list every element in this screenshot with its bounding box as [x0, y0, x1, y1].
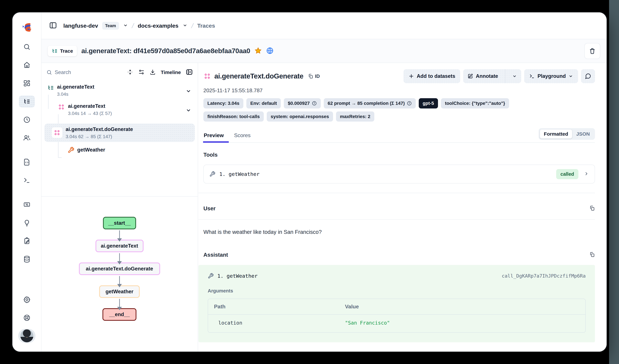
sidebar-item-settings[interactable] [19, 294, 35, 306]
view-options-icon[interactable] [138, 69, 144, 76]
public-globe-icon[interactable] [266, 47, 274, 55]
cost-badge[interactable]: $0.000927 [284, 98, 321, 108]
max-retries-badge: maxRetries: 2 [336, 111, 375, 122]
breadcrumb-separator: / [131, 22, 135, 29]
breadcrumb-page[interactable]: Traces [197, 23, 215, 29]
copy-user-content-button[interactable] [589, 205, 595, 212]
sidebar-item-dashboards[interactable] [19, 77, 35, 89]
bookmark-star-icon[interactable] [254, 47, 262, 55]
terminal-icon [529, 73, 535, 79]
tree-node-label: ai.generateText.doGenerate [66, 126, 133, 133]
life-buoy-icon [23, 314, 30, 322]
tool-called-badge: called [556, 169, 578, 179]
copy-assistant-content-button[interactable] [589, 252, 595, 258]
dashboard-grid-icon [23, 80, 30, 87]
format-toggle: Formatted JSON [539, 128, 595, 140]
sidebar-item-scores[interactable] [19, 199, 35, 211]
tree-search[interactable] [46, 69, 122, 75]
button-divider [505, 69, 505, 83]
user-avatar[interactable] [18, 329, 35, 343]
tab-scores[interactable]: Scores [234, 132, 252, 142]
timeline-toggle[interactable]: Timeline [161, 69, 181, 75]
copy-id-button[interactable]: ID [308, 74, 320, 79]
arguments-table-row: location "San Francisco" [208, 315, 585, 332]
argument-value: "San Francisco" [345, 320, 390, 326]
copy-icon [589, 252, 595, 257]
delete-trace-button[interactable] [584, 43, 600, 59]
sidebar-item-evaluators[interactable] [19, 217, 35, 229]
clock-icon [23, 116, 30, 123]
preview-tabs: Preview Scores Formatted JSON [203, 128, 595, 143]
arguments-table: Path Value location "San Francisco" [208, 298, 586, 333]
comments-button[interactable] [581, 69, 595, 83]
sidebar-item-tracing[interactable] [19, 95, 35, 108]
graph-edge-arrow [119, 276, 120, 285]
breadcrumb-project[interactable]: langfuse-dev [63, 23, 98, 29]
assistant-section-heading-row: Assistant [203, 252, 595, 258]
tree-node-list: ai.generateText 3.04s ai.generateText 3.… [42, 80, 198, 156]
finish-reason-badge: finishReason: tool-calls [203, 111, 264, 122]
token-usage-badge[interactable]: 62 prompt → 85 completion (Σ 147) [324, 98, 416, 108]
search-icon [46, 69, 52, 75]
chevron-down-icon[interactable] [123, 23, 128, 28]
observation-title: ai.generateText.doGenerate [214, 72, 303, 80]
sidebar-item-home[interactable] [19, 59, 35, 71]
breadcrumb-separator: / [191, 22, 194, 29]
generation-sparkle-icon [203, 72, 211, 80]
graph-node-start[interactable]: __start__ [103, 217, 136, 229]
arguments-table-header: Path Value [208, 299, 585, 315]
chevron-down-icon[interactable] [183, 23, 187, 28]
pencil-square-icon [467, 73, 473, 79]
annotate-button[interactable]: Annotate [463, 69, 502, 83]
users-icon [23, 134, 30, 142]
langfuse-logo-icon[interactable] [21, 23, 32, 32]
generation-icon-chip [52, 127, 62, 138]
tree-node-generation[interactable]: ai.generateText 3.04s 14 → 43 (Σ 57) [45, 103, 194, 122]
tree-node-trace[interactable]: ai.generateText 3.04s [45, 84, 194, 103]
sidebar-item-support[interactable] [19, 312, 35, 324]
breadcrumb-project-badge: Team [102, 22, 119, 30]
tab-preview[interactable]: Preview [203, 132, 225, 142]
collapse-panel-icon[interactable] [186, 68, 193, 76]
percent-box-icon [23, 201, 30, 208]
tree-node-tool[interactable]: getWeather [45, 144, 194, 156]
sidebar-item-users[interactable] [19, 132, 35, 144]
model-badge[interactable]: gpt-5 [419, 98, 438, 108]
add-to-datasets-button[interactable]: Add to datasets [404, 69, 460, 83]
sidebar-item-sessions[interactable] [19, 114, 35, 126]
search-input[interactable] [55, 69, 88, 75]
file-code-icon [23, 159, 30, 166]
chevron-down-icon[interactable] [185, 107, 191, 114]
graph-edge-arrow [119, 299, 120, 308]
observation-badges: Latency: 3.04s Env: default $0.000927 62… [203, 98, 568, 121]
chevron-right-icon[interactable] [584, 171, 589, 177]
chevron-down-icon[interactable] [185, 88, 191, 95]
comment-bubble-icon [585, 73, 591, 79]
database-icon [23, 256, 30, 263]
annotate-dropdown-button[interactable] [508, 69, 521, 83]
sidebar-item-datasets[interactable] [19, 253, 35, 265]
sidebar-item-prompts[interactable] [19, 156, 35, 168]
trace-tree-icon [47, 84, 54, 91]
plus-icon [408, 73, 414, 79]
sidebar-item-search[interactable] [19, 41, 35, 53]
gear-icon [23, 296, 30, 303]
format-json-option[interactable]: JSON [572, 130, 594, 138]
format-formatted-option[interactable]: Formatted [540, 129, 572, 139]
download-icon[interactable] [150, 69, 156, 76]
copy-icon [308, 74, 313, 79]
playground-button[interactable]: Playground [524, 69, 578, 83]
collapse-all-icon[interactable] [127, 69, 133, 76]
tool-definition-row[interactable]: 1. getWeather called [203, 165, 595, 184]
breadcrumb-environment[interactable]: docs-examples [138, 23, 179, 29]
tree-node-label: ai.generateText [68, 103, 112, 109]
tree-node-generation-selected[interactable]: ai.generateText.doGenerate 3.04s 62 → 85… [44, 123, 195, 142]
sidebar-item-playground[interactable] [19, 174, 35, 186]
agent-graph: __start__ ai.generateText ai.generateTex… [42, 197, 197, 351]
tool-call-id: call_DgKARp7a7IhJPDczfifMp6Ra [502, 273, 586, 279]
chevron-down-icon [568, 74, 573, 79]
sidebar-item-annotation[interactable] [19, 235, 35, 247]
value-column-header: Value [345, 304, 359, 310]
section-divider [198, 219, 595, 220]
sidebar-toggle-icon[interactable] [49, 21, 57, 30]
